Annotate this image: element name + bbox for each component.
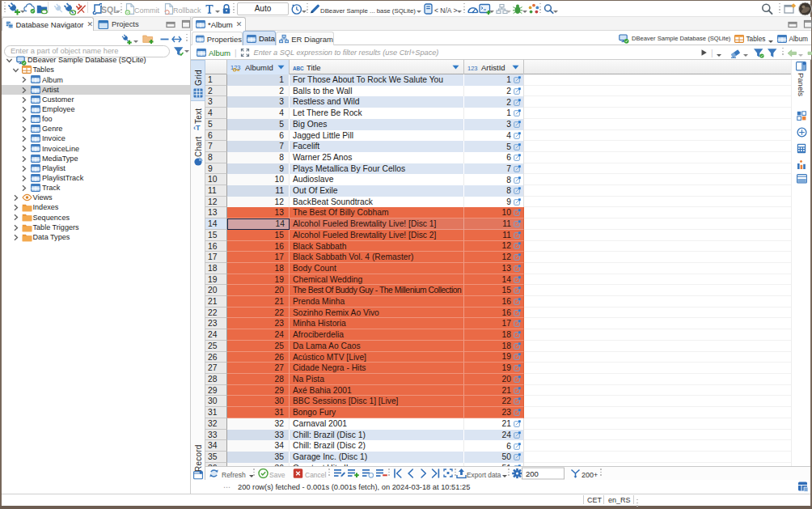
svg-text:‹T: ‹T [193,124,201,132]
svg-text:ABC: ABC [293,65,304,70]
svg-text:123: 123 [467,65,478,71]
